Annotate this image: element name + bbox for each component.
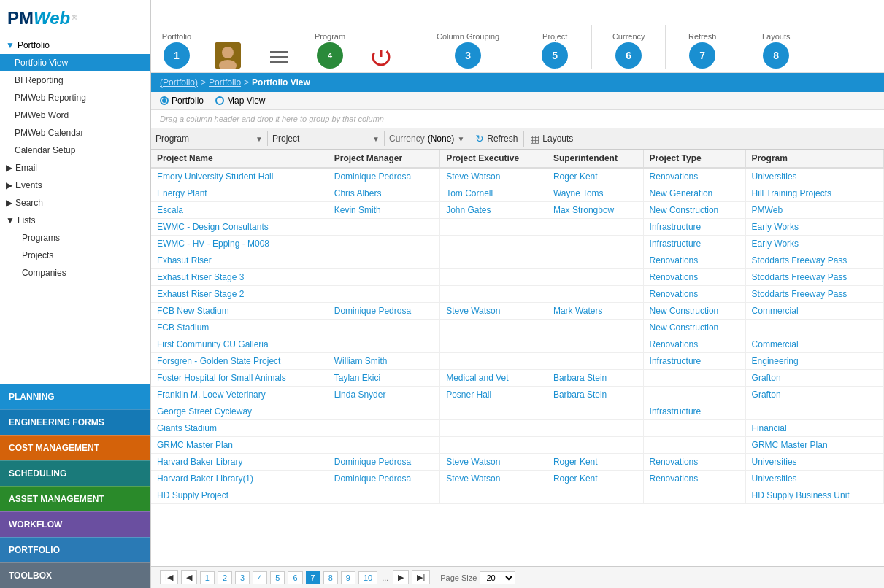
cell-type[interactable]: Infrastructure bbox=[643, 353, 745, 370]
breadcrumb-portfolio[interactable]: Portfolio bbox=[209, 77, 241, 88]
sidebar-section-lists[interactable]: ▼ Lists bbox=[0, 212, 150, 229]
sidebar-btn-asset-management[interactable]: ASSET MANAGEMENT bbox=[0, 486, 150, 511]
sidebar-btn-workflow[interactable]: WORKFLOW bbox=[0, 511, 150, 537]
cell-program[interactable]: Stoddarts Freeway Pass bbox=[745, 269, 883, 286]
page-9[interactable]: 9 bbox=[341, 571, 355, 584]
cell-type[interactable]: New Construction bbox=[643, 303, 745, 320]
cell-name[interactable]: Energy Plant bbox=[151, 185, 328, 202]
sidebar-item-pmweb-word[interactable]: PMWeb Word bbox=[0, 107, 150, 124]
cell-type[interactable]: New Generation bbox=[643, 185, 745, 202]
cell-name[interactable]: GRMC Master Plan bbox=[151, 437, 328, 454]
cell-type[interactable]: Renovations bbox=[643, 168, 745, 185]
cell-program[interactable]: Grafton bbox=[745, 370, 883, 387]
cell-program[interactable]: Stoddarts Freeway Pass bbox=[745, 286, 883, 303]
radio-portfolio[interactable]: Portfolio bbox=[160, 96, 204, 106]
cell-name[interactable]: FCB New Stadium bbox=[151, 303, 328, 320]
cell-superintendent[interactable]: Roger Kent bbox=[547, 168, 643, 185]
cell-program[interactable]: GRMC Master Plan bbox=[745, 437, 883, 454]
sidebar-section-portfolio[interactable]: ▼ Portfolio bbox=[0, 36, 150, 54]
cell-program[interactable]: Stoddarts Freeway Pass bbox=[745, 252, 883, 269]
cell-superintendent[interactable]: Max Strongbow bbox=[547, 202, 643, 219]
sidebar-item-pmweb-reporting[interactable]: PMWeb Reporting bbox=[0, 89, 150, 107]
sidebar-item-pmweb-calendar[interactable]: PMWeb Calendar bbox=[0, 124, 150, 142]
toolbar-btn-currency[interactable]: Currency 6 bbox=[610, 32, 647, 69]
toolbar-power-btn[interactable] bbox=[363, 45, 399, 69]
cell-program[interactable]: Early Works bbox=[745, 219, 883, 236]
page-last[interactable]: ▶| bbox=[412, 570, 430, 584]
cell-manager[interactable]: Dominique Pedrosa bbox=[328, 303, 439, 320]
page-prev[interactable]: ◀ bbox=[181, 570, 197, 584]
sidebar-btn-planning[interactable]: PLANNING bbox=[0, 384, 150, 409]
sidebar-item-calendar-setup[interactable]: Calendar Setup bbox=[0, 142, 150, 159]
sidebar-btn-cost-management[interactable]: COST MANAGEMENT bbox=[0, 435, 150, 460]
filter-project[interactable]: Project ▼ bbox=[268, 131, 385, 146]
sidebar-item-portfolio-view[interactable]: Portfolio View bbox=[0, 54, 150, 71]
cell-manager[interactable]: Dominique Pedrosa bbox=[328, 471, 439, 487]
cell-name[interactable]: Exhasut Riser Stage 3 bbox=[151, 269, 328, 286]
cell-executive[interactable]: Steve Watson bbox=[440, 303, 547, 320]
cell-type[interactable]: Renovations bbox=[643, 454, 745, 471]
cell-name[interactable]: Franklin M. Loew Veterinary bbox=[151, 387, 328, 403]
cell-superintendent[interactable]: Roger Kent bbox=[547, 471, 643, 487]
sidebar-item-bi-reporting[interactable]: BI Reporting bbox=[0, 71, 150, 89]
sidebar-item-programs[interactable]: Programs bbox=[0, 229, 150, 247]
cell-program[interactable]: Hill Training Projects bbox=[745, 185, 883, 202]
sidebar-item-companies[interactable]: Companies bbox=[0, 264, 150, 282]
page-4[interactable]: 4 bbox=[253, 571, 267, 584]
cell-type[interactable]: Renovations bbox=[643, 252, 745, 269]
toolbar-menu-btn[interactable] bbox=[261, 45, 297, 69]
cell-name[interactable]: EWMC - HV - Epping - M008 bbox=[151, 236, 328, 252]
cell-superintendent[interactable]: Roger Kent bbox=[547, 454, 643, 471]
toolbar-btn-program[interactable]: Program 4 bbox=[312, 32, 348, 69]
cell-manager[interactable]: Kevin Smith bbox=[328, 202, 439, 219]
page-1[interactable]: 1 bbox=[200, 571, 215, 584]
sidebar-section-events[interactable]: ▶ Events bbox=[0, 177, 150, 194]
cell-manager[interactable]: Dominique Pedrosa bbox=[328, 168, 439, 185]
breadcrumb-portfolio-link[interactable]: (Portfolio) bbox=[160, 77, 198, 88]
cell-program[interactable]: Grafton bbox=[745, 387, 883, 403]
cell-manager[interactable]: Dominique Pedrosa bbox=[328, 454, 439, 471]
sidebar-btn-scheduling[interactable]: SCHEDULING bbox=[0, 460, 150, 486]
cell-type[interactable]: Infrastructure bbox=[643, 403, 745, 420]
cell-name[interactable]: George Street Cycleway bbox=[151, 403, 328, 420]
page-8[interactable]: 8 bbox=[323, 571, 338, 584]
cell-executive[interactable]: Steve Watson bbox=[440, 471, 547, 487]
cell-executive[interactable]: Steve Watson bbox=[440, 168, 547, 185]
page-6[interactable]: 6 bbox=[288, 571, 302, 584]
cell-type[interactable]: Infrastructure bbox=[643, 236, 745, 252]
cell-program[interactable]: HD Supply Business Unit bbox=[745, 487, 883, 504]
cell-program[interactable]: Engineering bbox=[745, 353, 883, 370]
cell-type[interactable]: Infrastructure bbox=[643, 219, 745, 236]
cell-name[interactable]: Emory University Student Hall bbox=[151, 168, 328, 185]
cell-name[interactable]: First Community CU Galleria bbox=[151, 336, 328, 353]
toolbar-btn-layouts[interactable]: Layouts 8 bbox=[758, 32, 794, 69]
toolbar-btn-refresh[interactable]: Refresh 7 bbox=[684, 32, 720, 69]
cell-name[interactable]: Harvard Baker Library(1) bbox=[151, 471, 328, 487]
cell-name[interactable]: Foster Hospital for Small Animals bbox=[151, 370, 328, 387]
cell-name[interactable]: EWMC - Design Consultants bbox=[151, 219, 328, 236]
sidebar-btn-toolbox[interactable]: TOOLBOX bbox=[0, 562, 150, 588]
cell-program[interactable]: PMWeb bbox=[745, 202, 883, 219]
cell-type[interactable]: Renovations bbox=[643, 336, 745, 353]
cell-type[interactable]: Renovations bbox=[643, 286, 745, 303]
page-size-select[interactable]: 20 50 100 bbox=[480, 571, 515, 584]
cell-program[interactable]: Universities bbox=[745, 454, 883, 471]
page-first[interactable]: |◀ bbox=[160, 570, 178, 584]
sidebar-item-projects[interactable]: Projects bbox=[0, 247, 150, 264]
sidebar-section-email[interactable]: ▶ Email bbox=[0, 159, 150, 177]
cell-name[interactable]: Escala bbox=[151, 202, 328, 219]
page-next[interactable]: ▶ bbox=[393, 570, 409, 584]
cell-name[interactable]: Forsgren - Golden State Project bbox=[151, 353, 328, 370]
filter-refresh-btn[interactable]: ↻ Refresh bbox=[469, 131, 524, 147]
toolbar-btn-column-grouping[interactable]: Column Grouping 3 bbox=[437, 32, 499, 69]
cell-manager[interactable]: Taylan Ekici bbox=[328, 370, 439, 387]
cell-type[interactable]: Renovations bbox=[643, 471, 745, 487]
cell-name[interactable]: Exhasut Riser bbox=[151, 252, 328, 269]
cell-superintendent[interactable]: Barbara Stein bbox=[547, 387, 643, 403]
cell-type[interactable]: Renovations bbox=[643, 269, 745, 286]
cell-executive[interactable]: John Gates bbox=[440, 202, 547, 219]
page-5[interactable]: 5 bbox=[270, 571, 285, 584]
sidebar-btn-engineering-forms[interactable]: ENGINEERING FORMS bbox=[0, 409, 150, 435]
filter-program[interactable]: Program ▼ bbox=[151, 131, 268, 146]
page-2[interactable]: 2 bbox=[218, 571, 232, 584]
